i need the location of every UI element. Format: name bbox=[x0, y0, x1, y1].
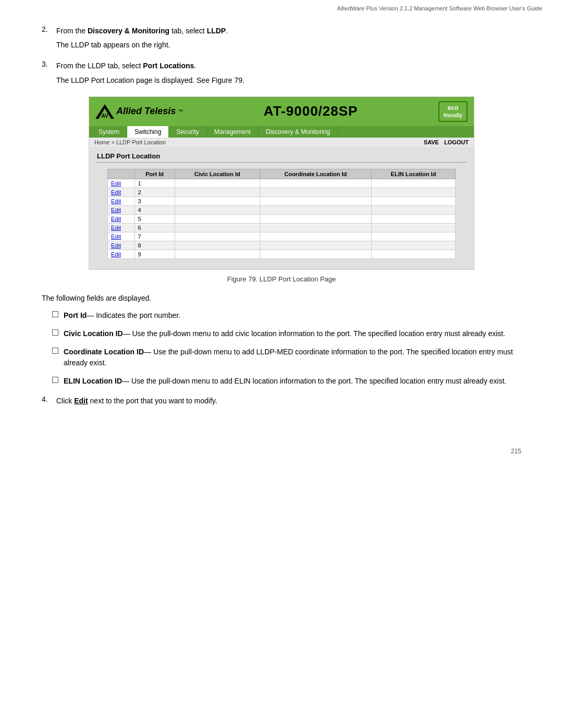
edit-cell[interactable]: Edit bbox=[108, 250, 135, 258]
step-2-tab: Discovery & Monitoring bbox=[88, 27, 169, 35]
step-4-number: 4. bbox=[42, 395, 52, 403]
step-2-content: From the Discovery & Monitoring tab, sel… bbox=[56, 25, 228, 51]
screenshot-container: AV Allied Telesis ™ AT-9000/28SP ecofrie… bbox=[89, 96, 474, 270]
svg-text:AV: AV bbox=[101, 113, 108, 119]
bullet-checkbox-2 bbox=[52, 329, 58, 336]
port-cell: 3 bbox=[134, 196, 175, 205]
step-4-text-after: next to the port that you want to modify… bbox=[88, 397, 217, 405]
civic-cell bbox=[175, 223, 260, 232]
step-2-select: LLDP bbox=[207, 27, 226, 35]
table-row: Edit 7 bbox=[108, 232, 456, 241]
bullet-checkbox-4 bbox=[52, 377, 58, 383]
nav-discovery[interactable]: Discovery & Monitoring bbox=[259, 126, 338, 138]
bullet-text-2: Civic Location ID— Use the pull-down men… bbox=[64, 328, 505, 339]
step-3: 3. From the LLDP tab, select Port Locati… bbox=[42, 60, 521, 85]
edit-link-8[interactable]: Edit bbox=[111, 242, 121, 249]
step-3-select: Port Locations bbox=[143, 61, 194, 70]
bullet-list: Port Id— Indicates the port number. Civi… bbox=[52, 310, 521, 387]
edit-link-6[interactable]: Edit bbox=[111, 225, 121, 231]
port-cell: 4 bbox=[134, 205, 175, 214]
civic-cell bbox=[175, 232, 260, 241]
doc-content: 2. From the Discovery & Monitoring tab, … bbox=[0, 15, 563, 437]
edit-cell[interactable]: Edit bbox=[108, 223, 135, 232]
edit-cell[interactable]: Edit bbox=[108, 232, 135, 241]
nav-system[interactable]: System bbox=[91, 126, 127, 138]
edit-cell[interactable]: Edit bbox=[108, 214, 135, 223]
elin-cell bbox=[371, 188, 455, 196]
coord-cell bbox=[260, 223, 371, 232]
step-3-number: 3. bbox=[42, 60, 52, 68]
elin-cell bbox=[371, 241, 455, 250]
at-logo-svg: AV bbox=[95, 104, 114, 119]
edit-cell[interactable]: Edit bbox=[108, 205, 135, 214]
edit-cell[interactable]: Edit bbox=[108, 188, 135, 196]
logout-link[interactable]: LOGOUT bbox=[444, 139, 469, 145]
step-2-text-middle: tab, select bbox=[169, 27, 207, 35]
breadcrumb-bar: Home > LLDP Port Location SAVE LOGOUT bbox=[89, 138, 474, 147]
elin-cell bbox=[371, 223, 455, 232]
step-3-sub: The LLDP Port Location page is displayed… bbox=[56, 75, 244, 86]
port-cell: 6 bbox=[134, 223, 175, 232]
nav-security[interactable]: Security bbox=[169, 126, 206, 138]
bullet-bold-1: Port Id bbox=[64, 311, 87, 319]
bullet-checkbox-1 bbox=[52, 311, 58, 317]
col-edit bbox=[108, 169, 135, 179]
edit-link-7[interactable]: Edit bbox=[111, 233, 121, 240]
bullet-item-2: Civic Location ID— Use the pull-down men… bbox=[52, 328, 521, 339]
table-row: Edit 9 bbox=[108, 250, 456, 258]
at-model: AT-9000/28SP bbox=[264, 103, 358, 119]
nav-switching[interactable]: Switching bbox=[127, 126, 169, 138]
civic-cell bbox=[175, 196, 260, 205]
elin-cell bbox=[371, 196, 455, 205]
table-row: Edit 4 bbox=[108, 205, 456, 214]
at-nav: System Switching Security Management Dis… bbox=[89, 126, 474, 138]
elin-cell bbox=[371, 179, 455, 188]
step-2-text-after: . bbox=[226, 27, 228, 35]
edit-link-3[interactable]: Edit bbox=[111, 198, 121, 204]
at-header: AV Allied Telesis ™ AT-9000/28SP ecofrie… bbox=[89, 97, 474, 126]
at-logo: AV Allied Telesis ™ bbox=[95, 104, 183, 119]
save-link[interactable]: SAVE bbox=[424, 139, 439, 145]
edit-link-1[interactable]: Edit bbox=[111, 180, 121, 187]
table-row: Edit 6 bbox=[108, 223, 456, 232]
edit-link-4[interactable]: Edit bbox=[111, 207, 121, 213]
bullet-checkbox-3 bbox=[52, 348, 58, 354]
edit-link-5[interactable]: Edit bbox=[111, 216, 121, 222]
body-para: The following fields are displayed. bbox=[42, 292, 521, 304]
bullet-bold-2: Civic Location ID bbox=[64, 329, 123, 338]
step-3-comma: , select bbox=[118, 61, 143, 70]
nav-management[interactable]: Management bbox=[207, 126, 259, 138]
table-body: Edit 1 Edit 2 Edit 3 Edit 4 Edit 5 bbox=[108, 179, 456, 258]
elin-cell bbox=[371, 205, 455, 214]
bullet-item-4: ELIN Location ID— Use the pull-down menu… bbox=[52, 376, 521, 387]
table-container: Port Id Civic Location Id Coordinate Loc… bbox=[97, 169, 466, 259]
page-header: AlliedWare Plus Version 2.1.2 Management… bbox=[0, 0, 563, 15]
coord-cell bbox=[260, 179, 371, 188]
edit-cell[interactable]: Edit bbox=[108, 179, 135, 188]
edit-cell[interactable]: Edit bbox=[108, 196, 135, 205]
step-3-text-before: From the LLDP tab bbox=[56, 61, 118, 70]
coord-cell bbox=[260, 241, 371, 250]
table-row: Edit 3 bbox=[108, 196, 456, 205]
bullet-text-1: Port Id— Indicates the port number. bbox=[64, 310, 180, 321]
edit-cell[interactable]: Edit bbox=[108, 241, 135, 250]
civic-cell bbox=[175, 214, 260, 223]
header-title: AlliedWare Plus Version 2.1.2 Management… bbox=[337, 5, 542, 11]
step-3-content: From the LLDP tab, select Port Locations… bbox=[56, 60, 244, 85]
coord-cell bbox=[260, 250, 371, 258]
step-2: 2. From the Discovery & Monitoring tab, … bbox=[42, 25, 521, 51]
step-4-content: Click Edit next to the port that you wan… bbox=[56, 395, 217, 406]
step-2-sub: The LLDP tab appears on the right. bbox=[56, 40, 228, 51]
civic-cell bbox=[175, 250, 260, 258]
lldp-table: Port Id Civic Location Id Coordinate Loc… bbox=[107, 169, 456, 259]
step-4: 4. Click Edit next to the port that you … bbox=[42, 395, 521, 406]
page-number: 215 bbox=[0, 437, 563, 460]
civic-cell bbox=[175, 179, 260, 188]
port-cell: 1 bbox=[134, 179, 175, 188]
step-4-text-before: Click bbox=[56, 397, 74, 405]
edit-link-2[interactable]: Edit bbox=[111, 189, 121, 195]
edit-link-9[interactable]: Edit bbox=[111, 251, 121, 257]
col-port-id: Port Id bbox=[134, 169, 175, 179]
port-cell: 5 bbox=[134, 214, 175, 223]
bullet-text-4: ELIN Location ID— Use the pull-down menu… bbox=[64, 376, 506, 387]
